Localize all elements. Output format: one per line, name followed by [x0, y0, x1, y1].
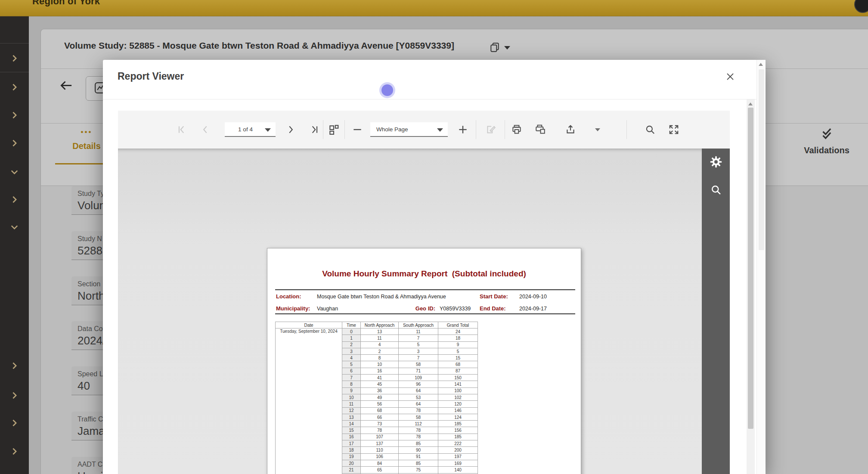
time-cell: 14 [342, 421, 361, 427]
export-button[interactable] [563, 122, 578, 137]
value-cell: 8 [361, 355, 399, 361]
report-table: DateTimeNorth ApproachSouth ApproachGran… [275, 322, 478, 474]
value-cell: 185 [438, 434, 478, 440]
time-cell: 10 [342, 394, 361, 400]
settings-button[interactable] [702, 149, 730, 177]
caret-down-icon [437, 128, 443, 132]
value-cell: 124 [438, 414, 478, 420]
time-cell: 4 [342, 355, 361, 361]
value-cell: 45 [361, 381, 399, 387]
page-select[interactable]: 1 of 4 [225, 122, 276, 137]
first-page-button [174, 122, 190, 137]
time-cell: 16 [342, 434, 361, 440]
value-cell: 64 [399, 401, 438, 407]
panel-search-button[interactable] [702, 177, 730, 204]
value-cell: 71 [399, 368, 438, 374]
modal-header: Report Viewer [103, 60, 766, 99]
value-cell: 18 [438, 335, 478, 341]
time-cell: 7 [342, 375, 361, 381]
value-cell: 85 [399, 460, 438, 466]
next-page-button[interactable] [283, 122, 298, 137]
value-cell: 200 [438, 447, 478, 453]
value-cell: 53 [399, 394, 438, 400]
time-cell: 3 [342, 348, 361, 354]
value-cell: 87 [438, 368, 478, 374]
fullscreen-button[interactable] [666, 122, 682, 137]
scrollbar-thumb[interactable] [759, 69, 764, 250]
value-cell: 13 [361, 328, 399, 335]
time-cell: 17 [342, 440, 361, 447]
value-cell: 112 [399, 421, 438, 427]
value-cell: 150 [438, 375, 478, 381]
geo-id-value: Y0859V3339 [440, 306, 471, 312]
value-cell: 11 [361, 335, 399, 341]
previous-page-button [198, 122, 213, 137]
search-button[interactable] [642, 122, 658, 137]
value-cell: 10 [361, 361, 399, 368]
toolbar-divider [476, 120, 476, 139]
date-cell: Tuesday, September 10, 2024 [276, 328, 342, 474]
thumbnails-button[interactable] [326, 122, 341, 137]
time-cell: 5 [342, 361, 361, 368]
time-cell: 12 [342, 407, 361, 414]
scroll-up-icon[interactable] [759, 63, 763, 66]
scrollbar-thumb[interactable] [748, 108, 753, 429]
value-cell: 41 [361, 375, 399, 381]
last-page-button[interactable] [306, 122, 322, 137]
value-cell: 78 [399, 434, 438, 440]
gear-icon [709, 155, 723, 170]
value-cell: 2 [361, 348, 399, 354]
viewer-scrollbar[interactable] [747, 99, 755, 474]
toolbar-divider [323, 120, 323, 139]
report-table-header: South Approach [399, 322, 438, 328]
scroll-up-icon[interactable] [748, 102, 753, 105]
viewer-toolbar: 1 of 4 [118, 111, 730, 149]
end-date-label: End Date: [480, 305, 506, 312]
value-cell: 7 [399, 335, 438, 341]
print-button[interactable] [509, 122, 524, 137]
edit-button [483, 122, 499, 137]
value-cell: 3 [399, 348, 438, 354]
value-cell: 24 [438, 328, 478, 335]
report-table-row: Tuesday, September 10, 20240131124 [276, 328, 478, 335]
report-table-header: Date [276, 322, 342, 328]
report-viewer-modal: Report Viewer 1 of 4 [103, 60, 766, 474]
value-cell: 5 [399, 341, 438, 348]
value-cell: 56 [361, 401, 399, 407]
value-cell: 5 [438, 348, 478, 354]
modal-title: Report Viewer [118, 71, 184, 82]
time-cell: 21 [342, 467, 361, 473]
value-cell: 64 [399, 387, 438, 394]
toolbar-divider [344, 120, 345, 139]
report-table-body: Tuesday, September 10, 20240131124111718… [276, 328, 478, 474]
value-cell: 185 [438, 421, 478, 427]
screen: Region of York Volume Study: 52885 - Mos… [0, 0, 868, 474]
value-cell: 140 [438, 467, 478, 473]
value-cell: 156 [438, 427, 478, 434]
print-setup-button[interactable] [533, 122, 548, 137]
caret-down-icon [265, 128, 271, 132]
value-cell: 11 [399, 328, 438, 335]
toolbar-divider [626, 120, 627, 139]
zoom-select[interactable]: Whole Page [370, 122, 448, 137]
modal-scrollbar[interactable] [756, 60, 766, 474]
value-cell: 107 [361, 434, 399, 440]
value-cell: 96 [399, 381, 438, 387]
time-cell: 1 [342, 335, 361, 341]
value-cell: 84 [361, 460, 399, 466]
value-cell: 73 [361, 421, 399, 427]
start-date-value: 2024-09-10 [519, 294, 547, 300]
export-caret-icon[interactable] [593, 127, 602, 133]
time-cell: 18 [342, 447, 361, 453]
report-table-head-row: DateTimeNorth ApproachSouth ApproachGran… [276, 322, 478, 328]
zoom-out-button[interactable] [350, 122, 365, 137]
time-cell: 2 [342, 341, 361, 348]
close-icon[interactable] [723, 69, 738, 84]
zoom-in-button[interactable] [455, 122, 471, 137]
municipality-value: Vaughan [317, 306, 338, 312]
value-cell: 58 [399, 414, 438, 420]
value-cell: 4 [361, 341, 399, 348]
value-cell: 110 [361, 447, 399, 453]
value-cell: 137 [361, 440, 399, 447]
end-date-value: 2024-09-17 [519, 306, 547, 312]
